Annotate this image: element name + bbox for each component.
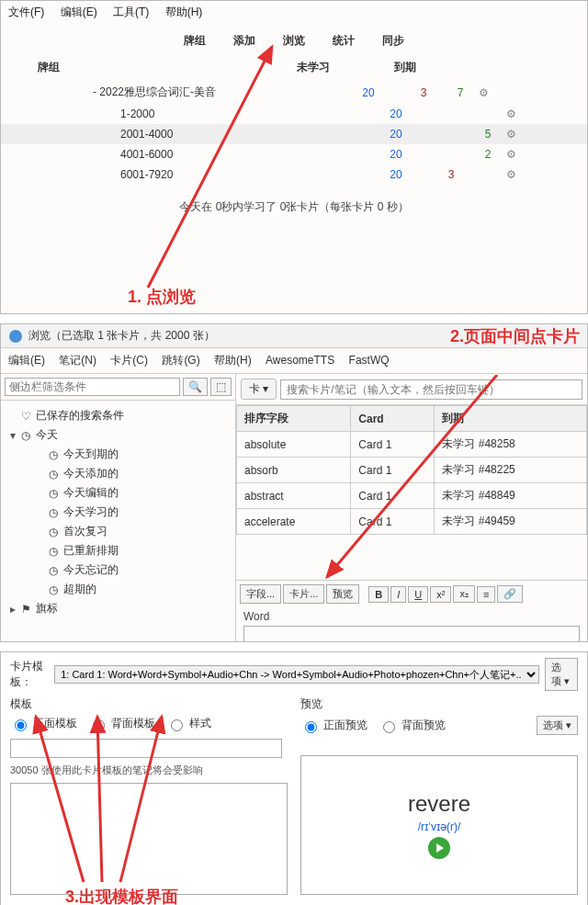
- deck-row[interactable]: 2001-4000205⚙: [1, 124, 587, 144]
- menu-tools[interactable]: 工具(T): [113, 6, 149, 18]
- browser-menubar: 编辑(E) 笔记(N) 卡片(C) 跳转(G) 帮助(H) AwesomeTTS…: [1, 348, 587, 374]
- underline-icon[interactable]: U: [408, 586, 428, 603]
- tab-sync[interactable]: 同步: [382, 33, 404, 49]
- card-search-input[interactable]: [280, 379, 582, 400]
- tab-stats[interactable]: 统计: [333, 33, 355, 49]
- italic-icon[interactable]: I: [390, 586, 406, 603]
- link-icon[interactable]: 🔗: [497, 585, 523, 603]
- bmenu-cards[interactable]: 卡片(C): [110, 354, 148, 367]
- tree-today-item[interactable]: ◷超期的: [5, 580, 232, 599]
- radio-front[interactable]: 正面模板: [10, 716, 77, 731]
- tree-today-item[interactable]: ◷今天添加的: [5, 464, 232, 483]
- template-search-input[interactable]: [10, 739, 282, 758]
- clock-icon: ◷: [47, 448, 60, 461]
- bmenu-help[interactable]: 帮助(H): [214, 354, 252, 367]
- deck-row[interactable]: 6001-7920203⚙: [1, 164, 587, 185]
- bmenu-tts[interactable]: AwesomeTTS: [266, 354, 334, 367]
- table-row[interactable]: abstractCard 1未学习 #48849: [237, 483, 587, 509]
- tree-today-item[interactable]: ◷已重新排期: [5, 541, 232, 560]
- deck-header: 牌组 未学习 到期: [1, 54, 587, 81]
- tab-browse[interactable]: 浏览: [283, 33, 305, 49]
- template-select[interactable]: 1: Card 1: Word+Word+Symbol+Audio+Chn ->…: [54, 665, 539, 684]
- table-row[interactable]: absoluteCard 1未学习 #48258: [237, 432, 587, 458]
- col-card[interactable]: Card: [351, 406, 435, 432]
- gear-icon[interactable]: ⚙: [479, 86, 497, 99]
- format-toolbar: 字段... 卡片... 预览 B I U x² x₂ ≡ 🔗: [236, 580, 587, 607]
- tree-today-item[interactable]: ◷今天到期的: [5, 445, 232, 464]
- field-label-word: Word: [236, 607, 587, 626]
- radio-preview-back[interactable]: 背面预览: [379, 718, 446, 733]
- tree-today-item[interactable]: ◷首次复习: [5, 522, 232, 541]
- fields-button[interactable]: 字段...: [240, 584, 281, 604]
- app-icon: [8, 329, 23, 344]
- cards-button[interactable]: 卡片...: [283, 584, 324, 604]
- gear-icon[interactable]: ⚙: [506, 148, 525, 161]
- clock-icon: ◷: [47, 506, 60, 519]
- col-table-due[interactable]: 到期: [435, 406, 587, 432]
- browser-title: 浏览（已选取 1 张卡片，共 2000 张）: [28, 328, 215, 344]
- preview-word: revere: [408, 791, 470, 817]
- col-sort[interactable]: 排序字段: [237, 406, 351, 432]
- annotation-1: 1. 点浏览: [128, 286, 196, 308]
- search-icon[interactable]: 🔍: [183, 378, 208, 396]
- subscript-icon[interactable]: x₂: [453, 585, 475, 603]
- tree-saved[interactable]: 已保存的搜索条件: [36, 408, 124, 424]
- options-button[interactable]: 选项 ▾: [545, 658, 578, 691]
- bmenu-notes[interactable]: 笔记(N): [59, 354, 96, 367]
- deck-row[interactable]: 1-200020⚙: [1, 104, 587, 124]
- table-row[interactable]: absorbCard 1未学习 #48225: [237, 458, 587, 483]
- field-word-input[interactable]: [243, 626, 580, 642]
- tree-today-item[interactable]: ◷今天编辑的: [5, 483, 232, 503]
- tree-today-item[interactable]: ◷今天忘记的: [5, 560, 232, 580]
- bmenu-edit[interactable]: 编辑(E): [8, 354, 45, 367]
- radio-style[interactable]: 样式: [166, 716, 211, 731]
- preview-button[interactable]: 预览: [326, 584, 359, 604]
- sidebar-filter-input[interactable]: [5, 378, 180, 396]
- col-due: 到期: [350, 60, 460, 75]
- deck-row[interactable]: - 2022雅思综合词汇-美音2037⚙: [1, 81, 587, 104]
- tab-add[interactable]: 添加: [233, 33, 255, 49]
- deck-row[interactable]: 4001-6000202⚙: [1, 144, 587, 164]
- clock-icon: ◷: [19, 429, 32, 442]
- gear-icon[interactable]: ⚙: [506, 168, 525, 181]
- tree-today[interactable]: 今天: [36, 427, 58, 443]
- nav-tabs: 牌组 添加 浏览 统计 同步: [1, 24, 587, 54]
- menu-edit[interactable]: 编辑(E): [61, 6, 97, 18]
- selection-icon[interactable]: ⬚: [210, 378, 232, 396]
- radio-preview-front[interactable]: 正面预览: [300, 718, 368, 733]
- template-label: 卡片模板：: [10, 659, 49, 690]
- flag-icon: ⚑: [19, 603, 32, 616]
- menu-help[interactable]: 帮助(H): [165, 6, 203, 18]
- clock-icon: ◷: [47, 487, 60, 500]
- bold-icon[interactable]: B: [368, 586, 389, 603]
- table-row[interactable]: accelerateCard 1未学习 #49459: [237, 509, 587, 535]
- list-icon[interactable]: ≡: [477, 586, 495, 603]
- clock-icon: ◷: [47, 545, 60, 558]
- gear-icon[interactable]: ⚙: [506, 107, 525, 120]
- svg-point-1: [9, 330, 22, 343]
- play-audio-icon[interactable]: [428, 837, 450, 859]
- browser-titlebar: 浏览（已选取 1 张卡片，共 2000 张）: [1, 324, 587, 348]
- bmenu-jump[interactable]: 跳转(G): [162, 354, 199, 367]
- preview-section-title: 预览: [300, 696, 322, 712]
- radio-back[interactable]: 背面模板: [88, 716, 155, 731]
- template-section-title: 模板: [10, 696, 288, 712]
- clock-icon: ◷: [47, 564, 60, 577]
- clock-icon: ◷: [47, 468, 60, 481]
- tree-flags[interactable]: 旗标: [36, 601, 58, 617]
- template-editor[interactable]: [10, 783, 288, 895]
- col-deck: 牌组: [38, 60, 277, 75]
- preview-options-button[interactable]: 选项 ▾: [537, 716, 578, 735]
- menu-file[interactable]: 文件(F): [8, 6, 44, 18]
- superscript-icon[interactable]: x²: [430, 586, 451, 603]
- gear-icon[interactable]: ⚙: [506, 128, 525, 141]
- affect-note: 30050 张使用此卡片模板的笔记将会受影响: [10, 762, 288, 779]
- clock-icon: ◷: [47, 583, 60, 596]
- bmenu-fastwq[interactable]: FastWQ: [349, 354, 390, 367]
- clock-icon: ◷: [47, 526, 60, 538]
- heart-icon: ♡: [19, 410, 32, 423]
- tab-decks[interactable]: 牌组: [184, 33, 206, 49]
- tree-today-item[interactable]: ◷今天学习的: [5, 503, 232, 522]
- search-tag[interactable]: 卡 ▾: [241, 379, 277, 400]
- card-table: 排序字段 Card 到期 absoluteCard 1未学习 #48258abs…: [236, 405, 587, 535]
